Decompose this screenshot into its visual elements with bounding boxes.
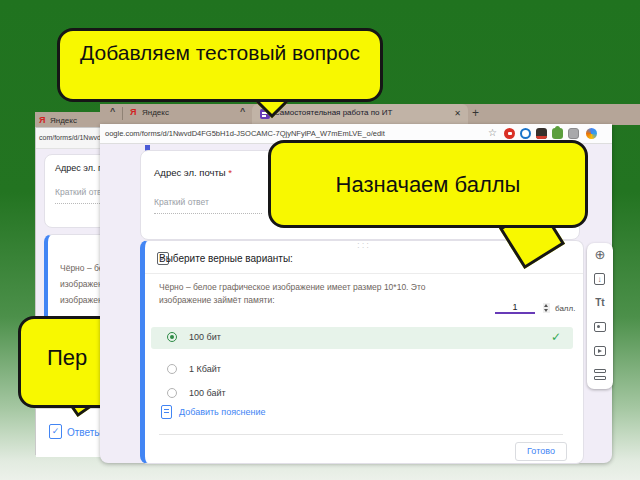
back-window-tabbar: Я Яндекс	[35, 112, 105, 128]
done-button[interactable]: Готово	[515, 442, 567, 461]
callout-left-text: Пер	[47, 345, 87, 370]
radio-selected-icon[interactable]	[167, 332, 177, 342]
answer-line	[154, 213, 262, 214]
extension-icon[interactable]	[568, 128, 579, 139]
radio-icon[interactable]	[167, 388, 177, 398]
short-answer-placeholder: Краткий ответ	[154, 197, 209, 207]
points-input[interactable]: 1	[495, 302, 535, 314]
email-label: Адрес эл. почты *	[154, 167, 232, 178]
option-row[interactable]: 1 Кбайт	[151, 359, 573, 381]
header-divider	[145, 273, 583, 274]
add-image-button[interactable]	[587, 315, 613, 339]
extension-icon[interactable]	[520, 128, 531, 139]
tab-forms-title: Самостоятельная работа по ИТ	[274, 108, 442, 117]
quiz-question-card[interactable]: ······ ✓ Выберите верные варианты: Чёрно…	[140, 240, 584, 464]
footer-divider	[159, 434, 563, 435]
front-window-tabbar: ^ Я Яндекс ^ Самостоятельная работа по И…	[100, 104, 640, 125]
minimize-caret-icon[interactable]: ^	[240, 106, 245, 116]
add-section-button[interactable]	[587, 363, 613, 387]
radio-icon[interactable]	[167, 364, 177, 374]
extension-icon[interactable]	[504, 128, 515, 139]
question-card-header: Выберите верные варианты:	[159, 253, 293, 264]
browser-profile-icon[interactable]	[586, 128, 597, 139]
tab-close-icon[interactable]: ✕	[454, 109, 461, 118]
video-icon	[594, 346, 606, 356]
explanation-icon	[161, 405, 172, 419]
correct-check-icon: ✓	[551, 330, 561, 344]
add-video-button[interactable]	[587, 339, 613, 363]
url-text: oogle.com/forms/d/1NwvdD4FG5bH1d-JSOCAMC…	[105, 129, 385, 138]
option-label: 100 байт	[189, 388, 226, 398]
bookmark-star-icon[interactable]: ☆	[488, 127, 497, 138]
image-icon	[594, 322, 606, 332]
option-label: 100 бит	[189, 332, 221, 342]
callout-right-text: Назначаем баллы	[336, 172, 521, 197]
option-row-correct[interactable]: 100 бит ✓	[151, 327, 573, 349]
tab-divider	[122, 107, 123, 120]
new-tab-button[interactable]: +	[472, 106, 479, 120]
option-row[interactable]: 100 байт	[151, 383, 573, 405]
points-stepper[interactable]	[543, 303, 550, 313]
add-question-button[interactable]: ⊕	[587, 243, 613, 267]
add-question-icon: ⊕	[587, 243, 613, 267]
back-tab-title[interactable]: Яндекс	[50, 116, 100, 125]
extension-icon[interactable]	[536, 128, 547, 139]
yandex-favicon: Я	[39, 115, 45, 125]
add-title-button[interactable]: Tt	[587, 291, 613, 315]
callout-top: Добавляем тестовый вопрос	[57, 28, 383, 102]
callout-right: Назначаем баллы	[268, 140, 588, 228]
tab-yandex[interactable]: Яндекс	[142, 108, 202, 117]
extension-icon[interactable]	[552, 128, 563, 139]
answers-tab[interactable]: Ответы	[67, 427, 102, 438]
required-asterisk: *	[228, 167, 232, 178]
presentation-slide: Я Яндекс com/forms/d/1NwvdU4FG5 Адрес эл…	[0, 0, 640, 480]
points-label: балл.	[555, 304, 575, 313]
minimize-caret-icon[interactable]: ^	[110, 106, 115, 116]
callout-top-text: Добавляем тестовый вопрос	[80, 41, 360, 64]
import-icon: ↓	[594, 273, 605, 285]
tab-forms-active[interactable]: Самостоятельная работа по ИТ ✕	[252, 104, 468, 125]
section-icon	[594, 369, 606, 373]
import-questions-button[interactable]: ↓	[587, 267, 613, 291]
title-text-icon: Tt	[587, 291, 613, 315]
yandex-favicon: Я	[130, 107, 136, 117]
answers-clipboard-icon: ✓	[49, 424, 62, 439]
option-label: 1 Кбайт	[189, 364, 221, 374]
drag-handle-icon[interactable]: ······	[357, 242, 371, 249]
forms-side-toolbar: ⊕ ↓ Tt	[587, 243, 613, 389]
question-text: Чёрно – белое графическое изображение им…	[159, 281, 469, 307]
